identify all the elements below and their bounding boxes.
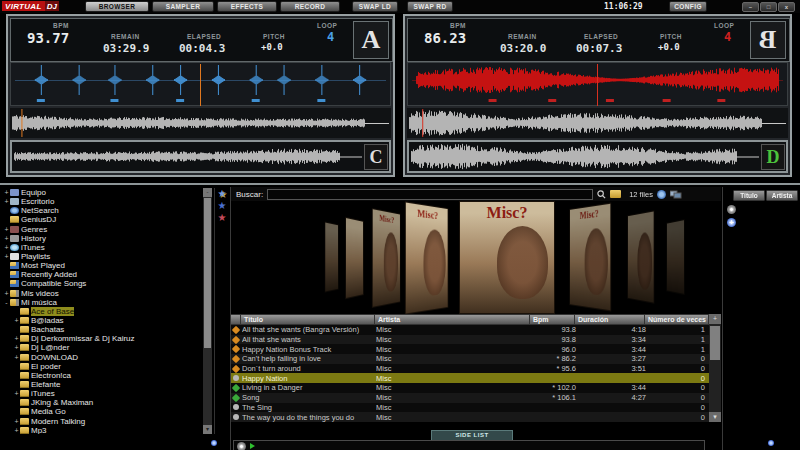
column-header-duration[interactable]: Duración — [575, 314, 645, 325]
track-row[interactable]: Happy NationMisc0 — [231, 373, 709, 383]
loop-value[interactable]: 4 — [327, 30, 334, 44]
track-row[interactable]: All that she wantsMisc93.83:341 — [231, 335, 709, 345]
tree-item[interactable]: -Mi música — [2, 298, 202, 307]
deck-b-overview-panel[interactable] — [407, 108, 788, 138]
sort-by-artist-button[interactable]: Artista — [766, 190, 798, 201]
play-icon[interactable] — [250, 443, 255, 449]
tree-expander[interactable]: + — [3, 226, 10, 233]
tree-item[interactable]: JKing & Maximan — [2, 398, 202, 407]
add-favorite-icon[interactable]: ★ — [215, 200, 229, 212]
tree-expander[interactable]: + — [13, 335, 20, 342]
sort-by-title-button[interactable]: Título — [733, 190, 765, 201]
minimize-button[interactable]: – — [742, 2, 759, 12]
list-scrollbar[interactable]: + ▾ — [709, 314, 721, 422]
track-row[interactable]: SongMisc* 106.14:270 — [231, 393, 709, 403]
swap-ld-button[interactable]: SWAP LD — [352, 1, 398, 12]
add-search-favorite-icon[interactable]: ★ — [215, 188, 229, 200]
tree-item[interactable]: +Equipo — [2, 188, 202, 197]
tree-expander[interactable]: - — [3, 299, 10, 306]
album-cover[interactable] — [666, 219, 684, 295]
add-column-button[interactable]: + — [709, 314, 721, 324]
tree-item[interactable]: +Escritorio — [2, 197, 202, 206]
tree-item[interactable]: +Dj L@nder — [2, 343, 202, 352]
tree-expander[interactable]: + — [13, 344, 20, 351]
overview-waveform-b[interactable] — [407, 108, 788, 138]
tree-item[interactable]: Compatible Songs — [2, 279, 202, 288]
track-row[interactable]: Can't help falling in loveMisc* 86.23:27… — [231, 354, 709, 364]
tree-item[interactable]: +Modern Talking — [2, 417, 202, 426]
tree-item[interactable]: +Mis videos — [2, 289, 202, 298]
tree-item[interactable]: Electron!ca — [2, 371, 202, 380]
tree-item[interactable]: +Dj Derkommissar & Dj Kairuz — [2, 334, 202, 343]
tab-effects[interactable]: EFFECTS — [217, 1, 277, 12]
browse-folder-icon[interactable] — [610, 190, 621, 198]
tree-item[interactable]: +Mp3 — [2, 426, 202, 434]
tree-item[interactable]: Recently Added — [2, 270, 202, 279]
swap-rd-button[interactable]: SWAP RD — [407, 1, 453, 12]
deck-b-beat-waveform-panel[interactable] — [407, 62, 788, 106]
tree-item[interactable]: +DOWNLOAD — [2, 353, 202, 362]
album-cover[interactable] — [325, 221, 339, 292]
netsearch-icon[interactable] — [657, 190, 666, 199]
tree-scrollbar[interactable]: - ▾ — [203, 188, 212, 434]
tree-expander[interactable]: + — [13, 427, 20, 434]
tree-expander[interactable]: + — [3, 198, 10, 205]
tree-expander[interactable]: + — [3, 235, 10, 242]
track-row[interactable]: The SingMisc0 — [231, 403, 709, 413]
track-row[interactable]: Happy Nation Bonus TrackMisc96.03:441 — [231, 344, 709, 354]
tree-expander[interactable]: + — [3, 244, 10, 251]
tree-item[interactable]: +Playlists — [2, 252, 202, 261]
tree-item[interactable]: NetSearch — [2, 206, 202, 215]
tab-sampler[interactable]: SAMPLER — [152, 1, 214, 12]
tree-item[interactable]: Elefante — [2, 380, 202, 389]
deck-c-overview-panel[interactable]: C — [10, 140, 391, 173]
search-input[interactable] — [267, 189, 593, 200]
scroll-down-button[interactable]: ▾ — [203, 425, 212, 434]
deck-a-beat-waveform-panel[interactable] — [10, 62, 391, 106]
album-cover[interactable]: Misc? — [569, 203, 611, 312]
maximize-button[interactable]: □ — [760, 2, 777, 12]
tree-expander[interactable]: + — [3, 290, 10, 297]
album-cover[interactable] — [345, 217, 363, 299]
tree-item[interactable]: Media Go — [2, 407, 202, 416]
list-scroll-down-button[interactable]: ▾ — [709, 412, 721, 422]
add-icon[interactable]: + — [727, 218, 736, 227]
tab-record[interactable]: RECORD — [280, 1, 340, 12]
tree-scroll-thumb[interactable] — [204, 198, 211, 348]
column-header-artist[interactable]: Artista — [375, 314, 530, 325]
album-cover-center[interactable]: Misc? — [459, 201, 555, 314]
cover-flow[interactable]: Misc? Misc? Misc? Misc? — [231, 201, 721, 314]
scroll-up-button[interactable]: - — [203, 188, 212, 197]
tree-expander[interactable]: + — [13, 354, 20, 361]
tree-expander[interactable]: + — [3, 253, 10, 260]
loop-value[interactable]: 4 — [724, 30, 731, 44]
tree-item[interactable]: +iTunes — [2, 243, 202, 252]
tree-expander[interactable]: + — [13, 418, 20, 425]
tree-item[interactable]: Most Played — [2, 261, 202, 270]
deck-a-overview-panel[interactable] — [10, 108, 391, 138]
config-button[interactable]: CONFIG — [669, 1, 707, 12]
column-header-title[interactable]: Título — [241, 314, 375, 325]
tree-expander[interactable]: + — [13, 317, 20, 324]
tree-item[interactable]: +Genres — [2, 225, 202, 234]
tree-item[interactable]: +iTunes — [2, 389, 202, 398]
track-row[interactable]: The way you do the things you doMisc0 — [231, 412, 709, 422]
track-row[interactable]: Living in a DangerMisc* 102.03:440 — [231, 383, 709, 393]
tree-item[interactable]: +B@ladas — [2, 316, 202, 325]
tree-item[interactable]: Ace of Base — [2, 307, 202, 316]
track-row[interactable]: All that she wants (Bangra Versión)Misc9… — [231, 325, 709, 335]
dual-screen-icon[interactable] — [670, 190, 682, 199]
tree-item[interactable]: El poder — [2, 362, 202, 371]
tree-item[interactable]: +History — [2, 234, 202, 243]
list-scroll-thumb[interactable] — [710, 326, 720, 360]
tree-expander[interactable]: + — [13, 390, 20, 397]
tab-browser[interactable]: BROWSER — [85, 1, 149, 12]
overview-waveform-d[interactable] — [409, 142, 761, 171]
overview-waveform-a[interactable] — [10, 108, 391, 138]
tree-expander[interactable]: + — [3, 189, 10, 196]
album-cover[interactable] — [627, 210, 654, 303]
disc-icon[interactable] — [727, 205, 736, 214]
tree-item[interactable]: Bachatas — [2, 325, 202, 334]
close-button[interactable]: x — [778, 2, 795, 12]
tree-item[interactable]: GeniusDJ — [2, 215, 202, 224]
